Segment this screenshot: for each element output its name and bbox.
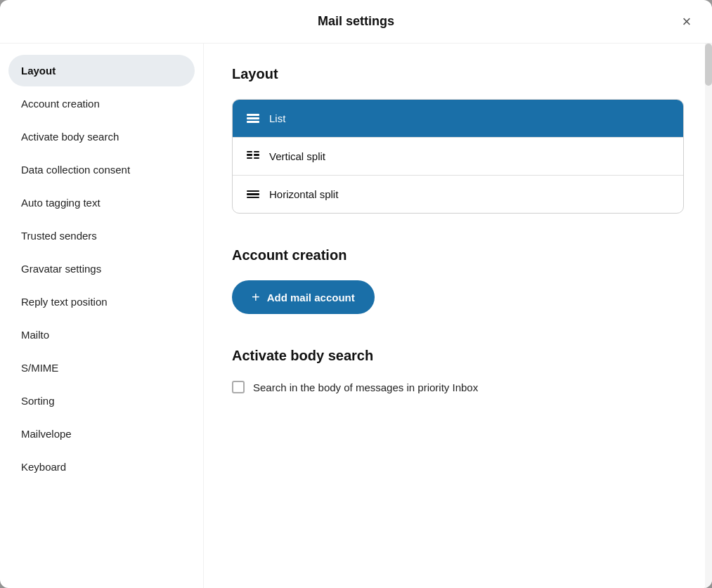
sidebar-item-label-gravatar-settings: Gravatar settings	[21, 263, 101, 275]
sidebar-item-label-keyboard: Keyboard	[21, 461, 66, 473]
scrollbar-thumb[interactable]	[705, 44, 712, 86]
plus-icon: +	[252, 290, 260, 304]
hsplit-icon-svg	[247, 190, 259, 199]
sidebar-item-label-layout: Layout	[21, 65, 56, 77]
body-search-checkbox-row: Search in the body of messages in priori…	[232, 381, 684, 393]
vsplit-icon-svg	[247, 151, 259, 162]
main-content: Layout List	[204, 44, 712, 588]
scrollbar-track	[705, 44, 712, 588]
sidebar-item-trusted-senders[interactable]: Trusted senders	[8, 220, 195, 251]
sidebar-item-label-trusted-senders: Trusted senders	[21, 230, 97, 242]
layout-option-vsplit-label: Vertical split	[269, 150, 325, 162]
sidebar-item-label-sorting: Sorting	[21, 395, 55, 407]
sidebar-item-label-reply-text-position: Reply text position	[21, 296, 108, 308]
sidebar-item-account-creation[interactable]: Account creation	[8, 88, 195, 119]
modal-overlay: Mail settings × Layout Account creation …	[0, 0, 712, 588]
body-search-checkbox-label: Search in the body of messages in priori…	[253, 381, 478, 393]
sidebar-item-label-data-collection-consent: Data collection consent	[21, 164, 130, 176]
modal-header: Mail settings ×	[0, 0, 712, 44]
sidebar-item-reply-text-position[interactable]: Reply text position	[8, 286, 195, 318]
account-creation-section: Account creation + Add mail account	[232, 247, 684, 314]
sidebar-item-label-mailvelope: Mailvelope	[21, 428, 72, 440]
modal-body: Layout Account creation Activate body se…	[0, 44, 712, 588]
layout-section-title: Layout	[232, 66, 684, 82]
layout-option-vertical-split[interactable]: Vertical split	[233, 138, 683, 176]
activate-body-search-section: Activate body search Search in the body …	[232, 348, 684, 393]
sidebar-item-gravatar-settings[interactable]: Gravatar settings	[8, 253, 195, 285]
sidebar: Layout Account creation Activate body se…	[0, 44, 204, 588]
layout-option-list-label: List	[269, 112, 285, 124]
hsplit-icon	[247, 190, 259, 199]
add-mail-account-button[interactable]: + Add mail account	[232, 280, 375, 314]
body-search-checkbox[interactable]	[232, 381, 245, 393]
sidebar-item-label-auto-tagging-text: Auto tagging text	[21, 197, 101, 209]
sidebar-item-sorting[interactable]: Sorting	[8, 385, 195, 417]
activate-body-search-title: Activate body search	[232, 348, 684, 364]
sidebar-item-label-account-creation: Account creation	[21, 98, 100, 110]
close-button[interactable]: ×	[675, 11, 698, 33]
mail-settings-modal: Mail settings × Layout Account creation …	[0, 0, 712, 588]
layout-options: List	[232, 99, 684, 214]
add-mail-account-label: Add mail account	[267, 292, 355, 303]
layout-option-horizontal-split[interactable]: Horizontal split	[233, 176, 683, 213]
sidebar-item-keyboard[interactable]: Keyboard	[8, 451, 195, 483]
sidebar-item-mailto[interactable]: Mailto	[8, 319, 195, 351]
sidebar-item-data-collection-consent[interactable]: Data collection consent	[8, 154, 195, 185]
sidebar-item-label-activate-body-search: Activate body search	[21, 131, 119, 143]
layout-option-list[interactable]: List	[233, 100, 683, 138]
sidebar-item-activate-body-search[interactable]: Activate body search	[8, 121, 195, 152]
list-icon	[247, 114, 259, 123]
layout-option-hsplit-label: Horizontal split	[269, 188, 338, 200]
sidebar-item-smime[interactable]: S/MIME	[8, 352, 195, 384]
account-creation-section-title: Account creation	[232, 247, 684, 263]
vsplit-icon	[247, 151, 259, 162]
sidebar-item-label-smime: S/MIME	[21, 362, 58, 374]
modal-title: Mail settings	[318, 14, 394, 29]
sidebar-item-auto-tagging-text[interactable]: Auto tagging text	[8, 187, 195, 218]
sidebar-item-mailvelope[interactable]: Mailvelope	[8, 418, 195, 450]
layout-section: Layout List	[232, 66, 684, 214]
sidebar-item-label-mailto: Mailto	[21, 329, 49, 341]
list-icon-svg	[247, 114, 259, 123]
sidebar-item-layout[interactable]: Layout	[8, 55, 195, 86]
